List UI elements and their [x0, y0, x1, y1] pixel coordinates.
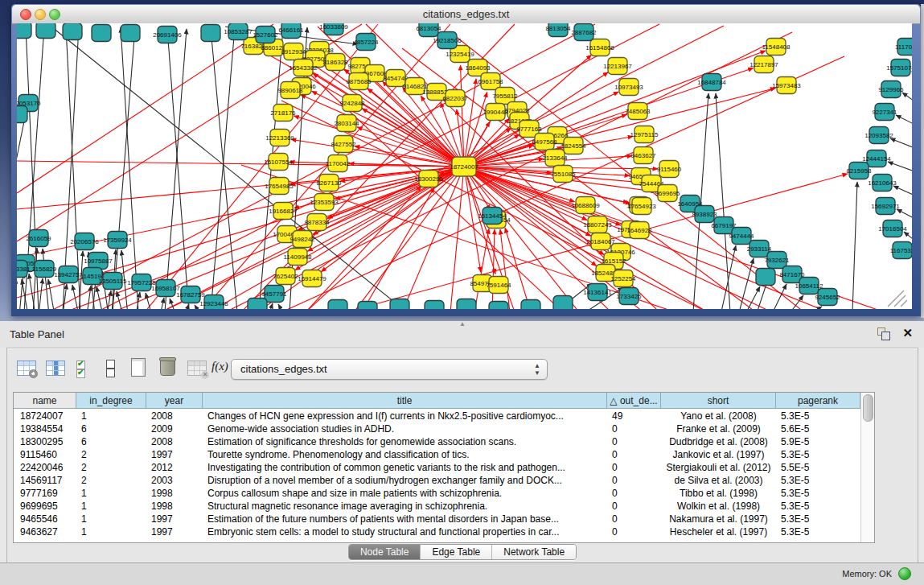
graph-node[interactable] [92, 25, 111, 42]
graph-edge[interactable] [165, 29, 187, 309]
table-cell[interactable]: 18300295 [14, 435, 76, 448]
table-cell[interactable]: 1 [76, 500, 146, 513]
table-row[interactable]: 946362711997Embryonic stem cells: a mode… [14, 525, 860, 538]
graph-edge[interactable] [335, 167, 464, 200]
graph-node[interactable] [201, 25, 220, 42]
table-row[interactable]: 1938455462009Genome-wide association stu… [14, 422, 860, 435]
table-cell[interactable]: 0 [607, 500, 661, 513]
column-selector-button[interactable] [73, 356, 96, 379]
graph-node[interactable] [756, 269, 775, 286]
table-cell[interactable]: 0 [607, 435, 661, 448]
table-cell[interactable]: 5.3E-5 [776, 410, 860, 422]
table-cell[interactable]: 22420046 [14, 461, 76, 474]
table-cell[interactable]: 1 [76, 525, 146, 538]
graph-edge[interactable] [904, 232, 912, 242]
table-cell[interactable]: Genome-wide association studies in ADHD. [203, 422, 607, 435]
graph-edge[interactable] [896, 115, 912, 126]
table-cell[interactable]: 2008 [146, 410, 203, 422]
column-header-title[interactable]: title [203, 393, 607, 409]
table-cell[interactable]: 5.3E-5 [776, 513, 860, 525]
table-cell[interactable]: Jankovic et al. (1997) [661, 448, 776, 461]
table-cell[interactable]: Franke et al. (2009) [661, 422, 776, 435]
table-cell[interactable]: 1 [76, 513, 146, 525]
table-cell[interactable]: Corpus callosum shape and size in male p… [203, 487, 607, 500]
graph-edge[interactable] [48, 279, 55, 309]
graph-node[interactable] [121, 25, 140, 42]
canvas-resize-handle[interactable] [888, 290, 904, 307]
graph-node[interactable] [553, 296, 573, 310]
new-column-button[interactable] [128, 356, 150, 379]
table-cell[interactable]: 5.3E-5 [776, 448, 860, 461]
table-cell[interactable]: 5.9E-5 [776, 435, 860, 448]
graph-edge[interactable] [167, 29, 189, 309]
canvas-resize-handle[interactable] [894, 295, 906, 307]
graph-edge[interactable] [39, 278, 43, 309]
graph-node[interactable] [489, 302, 508, 310]
table-cell[interactable]: 6 [76, 422, 146, 435]
table-cell[interactable]: 2009 [146, 422, 203, 435]
table-cell[interactable]: Structural magnetic resonance image aver… [203, 500, 607, 513]
function-builder-button[interactable]: f(x) [210, 356, 232, 379]
table-cell[interactable]: 2 [76, 474, 146, 487]
graph-edge[interactable] [87, 286, 91, 309]
table-cell[interactable]: 0 [607, 461, 661, 474]
table-row[interactable]: 969969511998Structural magnetic resonanc… [14, 500, 860, 513]
table-cell[interactable]: 2003 [146, 474, 203, 487]
graph-edge[interactable] [716, 93, 730, 309]
table-cell[interactable]: 49 [607, 410, 661, 422]
table-cell[interactable]: Changes of HCN gene expression and I(f) … [203, 410, 607, 422]
graph-edge[interactable] [902, 93, 912, 103]
graph-node[interactable] [36, 23, 55, 39]
table-cell[interactable]: Wolkin et al. (1998) [661, 500, 776, 513]
column-header-in_degree[interactable]: in_degree [76, 393, 146, 409]
column-header-year[interactable]: year [146, 393, 203, 409]
table-cell[interactable]: 5.3E-5 [776, 500, 860, 513]
delete-column-button[interactable] [157, 356, 179, 379]
table-cell[interactable]: 9463627 [14, 525, 76, 538]
table-cell[interactable]: 0 [607, 487, 661, 500]
graph-edge[interactable] [897, 209, 912, 220]
tab-network-table[interactable]: Network Table [491, 545, 576, 559]
column-header-short[interactable]: short [661, 393, 776, 409]
tab-edge-table[interactable]: Edge Table [420, 545, 491, 559]
splitter-handle-icon[interactable]: ▲ [457, 321, 468, 327]
float-panel-icon[interactable] [877, 328, 890, 340]
table-cell[interactable]: 5.5E-5 [776, 461, 860, 474]
table-cell[interactable]: 5.3E-5 [776, 474, 860, 487]
table-cell[interactable]: 0 [607, 513, 661, 525]
graph-edge[interactable] [278, 304, 285, 309]
table-cell[interactable]: 14569117 [14, 474, 76, 487]
graph-node[interactable] [390, 299, 409, 310]
table-cell[interactable]: 2 [76, 461, 146, 474]
table-cell[interactable]: 5.3E-5 [776, 525, 860, 538]
graph-edge[interactable] [893, 186, 912, 196]
table-cell[interactable]: Investigating the contribution of common… [203, 461, 607, 474]
graph-edge[interactable] [852, 182, 857, 309]
table-cell[interactable]: 0 [607, 422, 661, 435]
table-cell[interactable]: Nakamura et al. (1997) [661, 513, 776, 525]
network-window-titlebar[interactable]: citations_edges.txt [12, 5, 920, 24]
graph-edge[interactable] [79, 251, 83, 309]
table-cell[interactable]: 1 [76, 487, 146, 500]
table-cell[interactable]: Hescheler et al. (1997) [661, 525, 776, 538]
table-cell[interactable]: Stergiakouli et al. (2012) [661, 461, 776, 474]
table-cell[interactable]: 0 [607, 474, 661, 487]
table-cell[interactable]: 2012 [146, 461, 203, 474]
table-cell[interactable]: 0 [607, 448, 661, 461]
table-row[interactable]: 2242004622012Investigating the contribut… [14, 461, 860, 474]
tab-node-table[interactable]: Node Table [349, 545, 421, 559]
graph-edge[interactable] [43, 249, 49, 309]
close-panel-icon[interactable]: ✕ [902, 326, 913, 340]
table-cell[interactable]: 5.6E-5 [776, 422, 860, 435]
table-cell[interactable]: Yano et al. (2008) [661, 410, 776, 422]
table-cell[interactable]: Tibbo et al. (1998) [661, 487, 776, 500]
table-row[interactable]: 1872400712008Changes of HCN gene express… [14, 410, 860, 422]
table-cell[interactable]: 1997 [146, 525, 203, 538]
table-cell[interactable]: 9699695 [14, 500, 76, 513]
table-cell[interactable]: 1998 [146, 487, 203, 500]
table-cell[interactable]: Embryonic stem cells: a model to study s… [203, 525, 607, 538]
column-header-name[interactable]: name [14, 393, 76, 409]
graph-node[interactable] [17, 106, 27, 123]
table-cell[interactable]: 2 [76, 448, 146, 461]
canvas-resize-handle[interactable] [901, 300, 907, 307]
